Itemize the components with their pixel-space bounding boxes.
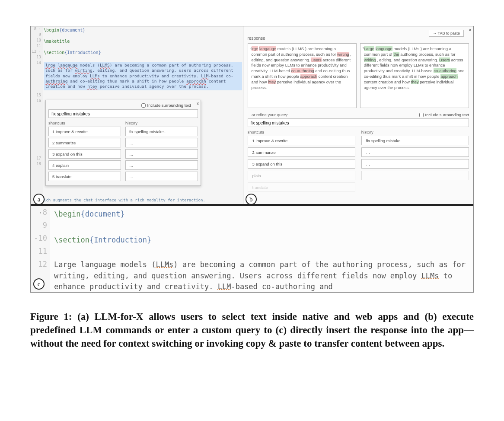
tab-paste-hint: → TAB to paste xyxy=(429,30,464,37)
panel-c-result-editor: ············ ▾8 9 ▾10 11 12 \begin{docum… xyxy=(31,206,473,292)
history-option[interactable]: … xyxy=(125,149,198,159)
shortcut-option[interactable]: 2 summarize xyxy=(248,147,355,157)
shortcut-option[interactable]: 4 explain xyxy=(48,160,121,170)
figure-composite: a b c 8 · 9 10 11 12 · 13 14 15 16 17 18… xyxy=(30,26,474,293)
include-context-label: Include surrounding text xyxy=(147,103,191,108)
close-icon[interactable]: x xyxy=(197,101,199,106)
history-option[interactable]: fix spelling mistake… xyxy=(125,127,198,136)
line-gutter: 8 · 9 10 11 12 · 13 14 15 16 17 18 xyxy=(31,26,43,204)
history-header: history xyxy=(361,130,469,134)
panel-b-response: × → TAB to paste response 1 · lrge langa… xyxy=(243,26,473,204)
selected-text[interactable]: lrge langauge models (LLMS) are becoming… xyxy=(44,62,242,90)
history-option[interactable]: … xyxy=(125,172,198,181)
shortcuts-header: shortcuts xyxy=(48,121,121,125)
shortcut-option[interactable]: 5 translate xyxy=(48,172,121,181)
shortcut-option[interactable]: 3 expand on this xyxy=(248,159,355,169)
code-body[interactable]: \begin{document} \section{Introduction} … xyxy=(54,206,473,293)
close-icon[interactable]: × xyxy=(469,27,472,32)
shortcut-option[interactable]: 2 summarize xyxy=(48,138,121,147)
badge-a: a xyxy=(33,194,45,205)
shortcut-option[interactable]: plain xyxy=(248,171,355,180)
history-option[interactable]: … xyxy=(125,160,198,170)
history-header: history xyxy=(125,121,198,125)
history-option[interactable]: fix spelling mistake… xyxy=(361,136,469,145)
query-input[interactable] xyxy=(48,109,198,118)
badge-b: b xyxy=(246,194,257,205)
editor-footline: ich augments the chat interface with a r… xyxy=(44,198,205,202)
badge-c: c xyxy=(33,278,45,290)
shortcuts-header: shortcuts xyxy=(248,130,355,134)
include-context-label: Include surrounding text xyxy=(425,112,469,117)
history-option[interactable]: … xyxy=(125,138,198,147)
history-option[interactable]: … xyxy=(361,171,469,180)
panel-a-editor: 8 · 9 10 11 12 · 13 14 15 16 17 18 \begi… xyxy=(31,26,243,204)
refine-label: …or refine your query: xyxy=(248,112,289,117)
include-context-checkbox[interactable] xyxy=(419,113,424,117)
history-option[interactable]: … xyxy=(361,147,469,157)
code-body[interactable]: \begin{document} \maketitle \section{Int… xyxy=(44,26,243,90)
include-context-checkbox[interactable] xyxy=(141,103,146,108)
history-option[interactable]: … xyxy=(361,159,469,169)
query-popup: x Include surrounding text shortcuts 1 i… xyxy=(45,100,201,186)
shortcut-option[interactable]: 1 improve & rewrite xyxy=(48,127,121,136)
shortcut-option[interactable]: 1 improve & rewrite xyxy=(248,136,355,145)
query-input[interactable] xyxy=(248,118,469,127)
response-original[interactable]: 1 · lrge langauge models (LLMS ) are bec… xyxy=(248,43,357,108)
figure-caption: Figure 1: (a) LLM-for-X allows users to … xyxy=(30,310,474,350)
response-corrected[interactable]: 1 + Large language models (LLMs ) are be… xyxy=(360,43,469,108)
shortcut-option[interactable]: translate xyxy=(248,182,355,192)
shortcut-option[interactable]: 3 expand on this xyxy=(48,149,121,159)
